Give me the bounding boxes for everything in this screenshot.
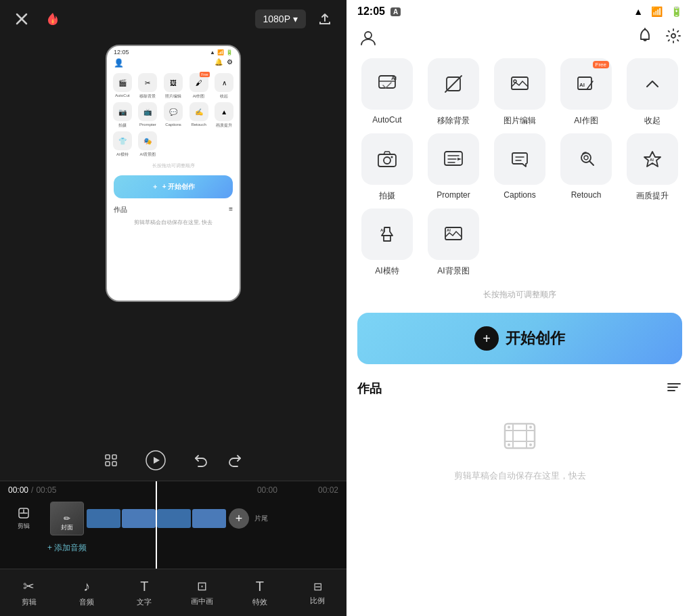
- feature-icon-remove-bg: [428, 58, 479, 110]
- phone-grid-item[interactable]: 🖼 照片编辑: [162, 73, 185, 100]
- feature-ai-model[interactable]: AI AI模特: [357, 208, 417, 277]
- phone-grid-item[interactable]: 📺 Prompter: [137, 102, 160, 129]
- svg-rect-18: [378, 154, 396, 167]
- phone-grid-item[interactable]: 🖌 Free AI作图: [187, 73, 210, 100]
- feature-captions[interactable]: Captions: [490, 133, 550, 202]
- phone-drag-hint: 长按拖动可调整顺序: [107, 160, 240, 171]
- toolbar-cut[interactable]: ✂ 剪辑: [0, 569, 58, 616]
- timeline-area: 00:00 / 00:05 00:00 00:02 剪辑 ✏ 封面: [0, 481, 346, 569]
- feature-collapse[interactable]: 收起: [623, 58, 682, 127]
- cut-label: 剪辑: [22, 597, 37, 607]
- play-button[interactable]: [143, 448, 168, 472]
- add-audio-label: + 添加音频: [47, 542, 87, 554]
- toolbar-pip[interactable]: ⊡ 画中画: [173, 569, 231, 616]
- offscreen-label: 片尾: [254, 514, 268, 523]
- svg-text:AI: AI: [391, 75, 397, 81]
- feature-autocut[interactable]: AI AutoCut: [357, 58, 417, 127]
- phone-grid-item[interactable]: 🎭 AI背景图: [137, 131, 160, 158]
- timeline-strip: [157, 509, 191, 528]
- ratio-label: 比例: [310, 596, 325, 606]
- phone-grid-item[interactable]: 📷 拍摄: [111, 102, 134, 129]
- feature-camera[interactable]: 拍摄: [357, 133, 417, 202]
- feature-remove-bg[interactable]: 移除背景: [424, 58, 483, 127]
- resolution-arrow: ▾: [293, 14, 298, 24]
- phone-grid-item[interactable]: 👕 AI模特: [111, 131, 134, 158]
- phone-grid-item[interactable]: ✂ 移除背景: [137, 73, 160, 100]
- undo-button[interactable]: [188, 448, 213, 472]
- battery-icon: 🔋: [671, 6, 682, 17]
- feature-prompter[interactable]: Prompter: [424, 133, 483, 202]
- svg-text:AI: AI: [650, 158, 654, 162]
- fullscreen-button[interactable]: [99, 448, 123, 472]
- redo-button[interactable]: [223, 448, 248, 472]
- phone-grid-item[interactable]: 💬 Captions: [162, 102, 185, 129]
- phone-grid-item[interactable]: 🎬 AutoCut: [111, 73, 134, 100]
- upload-button[interactable]: [314, 8, 336, 30]
- resolution-button[interactable]: 1080P ▾: [255, 9, 306, 28]
- works-sort-button[interactable]: [666, 379, 682, 398]
- add-clip-button[interactable]: +: [229, 508, 249, 529]
- start-create-icon: +: [474, 326, 499, 351]
- resolution-label: 1080P: [263, 14, 290, 24]
- flame-icon[interactable]: [42, 8, 64, 30]
- current-time: 00:00: [8, 485, 28, 495]
- text-icon: T: [140, 579, 148, 594]
- audio-label: 音频: [79, 597, 94, 607]
- wifi-icon: ▲: [633, 6, 643, 17]
- feature-retouch[interactable]: Retouch: [556, 133, 616, 202]
- pip-label: 画中画: [191, 596, 213, 607]
- feature-label-retouch: Retouch: [571, 190, 602, 200]
- svg-rect-4: [106, 462, 110, 466]
- preview-area: 12:05 ▲📶🔋 👤 🔔 ⚙ 🎬 AutoCut: [0, 38, 346, 440]
- clip-label: 封面: [61, 523, 73, 532]
- feature-label-ai-draw: AI作图: [574, 115, 598, 127]
- timeline-tracks: 剪辑 ✏ 封面 + 片尾: [0, 499, 346, 538]
- phone-draft-hint: 剪辑草稿会自动保存在这里, 快去: [107, 217, 240, 227]
- toolbar-ratio[interactable]: ⊟ 比例: [289, 569, 346, 616]
- toolbar-effect[interactable]: T 特效: [231, 569, 288, 616]
- phone-grid-item[interactable]: ✍ Retouch: [187, 102, 210, 129]
- feature-icon-autocut: AI: [361, 58, 413, 110]
- settings-button[interactable]: [665, 27, 682, 49]
- feature-label-autocut: AutoCut: [372, 115, 401, 125]
- feature-icon-collapse: [627, 58, 678, 110]
- phone-status-bar: 12:05 ▲📶🔋: [107, 46, 240, 58]
- feature-ai-draw[interactable]: Free AI AI作图: [556, 58, 616, 127]
- toolbar-audio[interactable]: ♪ 音频: [58, 569, 115, 616]
- svg-point-20: [391, 156, 393, 158]
- feature-quality[interactable]: AI 画质提升: [623, 133, 682, 202]
- time-separator: /: [31, 485, 33, 495]
- left-topbar-left: [11, 8, 64, 30]
- phone-grid-item[interactable]: ▲ 画质提升: [213, 102, 236, 129]
- phone-start-button[interactable]: ＋ + 开始创作: [114, 175, 233, 198]
- track-mute-label: 剪辑: [18, 522, 30, 531]
- feature-icon-captions: [494, 133, 545, 185]
- works-row: 作品: [346, 371, 693, 402]
- feature-icon-ai-bg: AI: [428, 208, 479, 260]
- svg-rect-2: [106, 455, 110, 459]
- feature-label-image-edit: 图片编辑: [504, 115, 536, 127]
- video-clip[interactable]: ✏ 封面: [50, 502, 84, 535]
- add-audio-row[interactable]: + 添加音频: [0, 538, 346, 556]
- free-badge: Free: [593, 61, 609, 68]
- effect-label: 特效: [252, 597, 267, 607]
- close-button[interactable]: [11, 8, 32, 30]
- svg-text:AI: AI: [579, 82, 585, 88]
- user-avatar[interactable]: [357, 27, 379, 49]
- svg-text:AI: AI: [447, 228, 451, 232]
- start-create-button[interactable]: + 开始创作: [357, 313, 682, 364]
- svg-rect-14: [512, 77, 528, 89]
- notification-button[interactable]: [636, 27, 654, 49]
- status-icons: ▲ 📶 🔋: [633, 6, 682, 17]
- feature-image-edit[interactable]: 图片编辑: [490, 58, 550, 127]
- feature-label-collapse: 收起: [644, 115, 661, 127]
- toolbar-text[interactable]: T 文字: [116, 569, 173, 616]
- feature-label-ai-model: AI模特: [375, 265, 399, 277]
- feature-ai-bg[interactable]: AI AI背景图: [424, 208, 483, 277]
- phone-feature-grid: 🎬 AutoCut ✂ 移除背景 🖼 照片编辑 🖌 Free AI作图: [107, 70, 240, 160]
- phone-grid-item[interactable]: ∧ 收起: [213, 73, 236, 100]
- playback-controls: [0, 440, 346, 481]
- timeline-strip: [87, 509, 120, 528]
- track-content: ✏ 封面 + 片尾: [47, 502, 271, 535]
- feature-icon-image-edit: [494, 58, 545, 110]
